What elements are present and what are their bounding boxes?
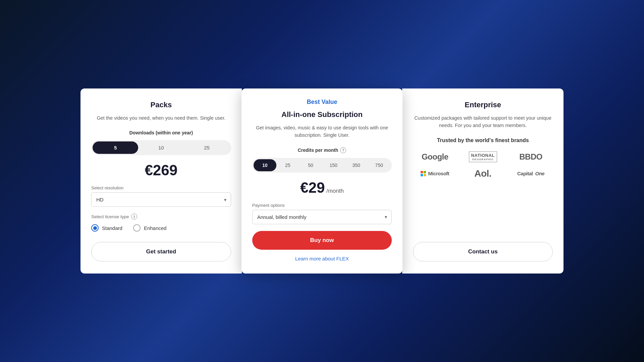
- subscription-description: Get images, video, music & easy to use d…: [252, 124, 392, 139]
- enterprise-cta-button[interactable]: Contact us: [413, 242, 553, 261]
- microsoft-grid-icon: [421, 171, 426, 176]
- license-radio-group: Standard Enhanced: [91, 224, 231, 232]
- credits-label: Credits per month ?: [252, 147, 392, 153]
- credits-option-50[interactable]: 50: [299, 159, 322, 171]
- credits-option-150[interactable]: 150: [322, 159, 345, 171]
- best-value-badge: Best Value: [252, 94, 392, 110]
- license-section: Select license type ℹ Standard Enhanced: [91, 214, 231, 232]
- trusted-section: Trusted by the world's finest brands Goo…: [413, 137, 553, 179]
- resolution-label: Select resolution: [91, 185, 231, 190]
- enterprise-description: Customized packages with tailored suppor…: [413, 115, 553, 129]
- license-info-icon[interactable]: ℹ: [131, 214, 137, 220]
- subscription-cta-button[interactable]: Buy now: [252, 231, 392, 250]
- license-label: Select license type: [91, 214, 129, 219]
- payment-select-wrapper: Annual, billed monthly Monthly ▾: [252, 210, 392, 224]
- standard-radio-label: Standard: [102, 225, 122, 231]
- packs-card: Packs Get the videos you need, when you …: [80, 88, 242, 274]
- license-enhanced-option[interactable]: Enhanced: [133, 224, 167, 232]
- license-standard-option[interactable]: Standard: [91, 224, 122, 232]
- capital-one-logo: CapitalOne: [517, 171, 544, 176]
- enterprise-title: Enterprise: [413, 101, 553, 109]
- credits-options: 10 25 50 150 350 750: [252, 158, 392, 173]
- download-option-25[interactable]: 25: [184, 141, 229, 154]
- trusted-title: Trusted by the world's finest brands: [413, 137, 553, 143]
- national-geographic-logo: NATIONAL GEOGRAPHIC: [469, 152, 497, 162]
- payment-select[interactable]: Annual, billed monthly Monthly: [252, 210, 392, 224]
- packs-description: Get the videos you need, when you need t…: [91, 115, 231, 122]
- download-option-10[interactable]: 10: [138, 141, 184, 154]
- subscription-card: Best Value All-in-one Subscription Get i…: [241, 88, 403, 274]
- learn-more-link[interactable]: Learn more about FLEX: [252, 256, 392, 261]
- packs-title: Packs: [91, 101, 231, 109]
- enhanced-radio-circle: [133, 224, 141, 232]
- download-option-5[interactable]: 5: [93, 141, 138, 154]
- microsoft-logo: Microsoft: [421, 171, 449, 176]
- payment-options-label: Payment options: [252, 203, 392, 208]
- credits-option-350[interactable]: 350: [345, 159, 368, 171]
- logos-grid: Google NATIONAL GEOGRAPHIC BBDO: [413, 152, 553, 179]
- resolution-select[interactable]: HD 4K: [91, 192, 231, 207]
- downloads-label: Downloads (within one year): [91, 130, 231, 135]
- download-options: 5 10 25: [91, 140, 231, 155]
- contact-us-section: Contact us: [413, 242, 553, 261]
- subscription-title: All-in-one Subscription: [252, 110, 392, 119]
- credits-info-icon[interactable]: ?: [340, 147, 346, 153]
- credits-option-25[interactable]: 25: [276, 159, 299, 171]
- resolution-select-wrapper: HD 4K ▾: [91, 192, 231, 207]
- google-logo: Google: [422, 152, 448, 162]
- enterprise-card: Enterprise Customized packages with tail…: [402, 88, 564, 274]
- standard-radio-circle: [91, 224, 99, 232]
- subscription-price: €29 /month: [252, 179, 392, 196]
- packs-cta-button[interactable]: Get started: [91, 242, 231, 261]
- enhanced-radio-label: Enhanced: [144, 225, 167, 231]
- packs-price: €269: [91, 162, 231, 179]
- credits-option-10[interactable]: 10: [254, 159, 276, 171]
- aol-logo: Aol.: [474, 168, 491, 179]
- bbdo-logo: BBDO: [519, 152, 542, 162]
- credits-option-750[interactable]: 750: [368, 159, 390, 171]
- pricing-container: Packs Get the videos you need, when you …: [80, 88, 564, 274]
